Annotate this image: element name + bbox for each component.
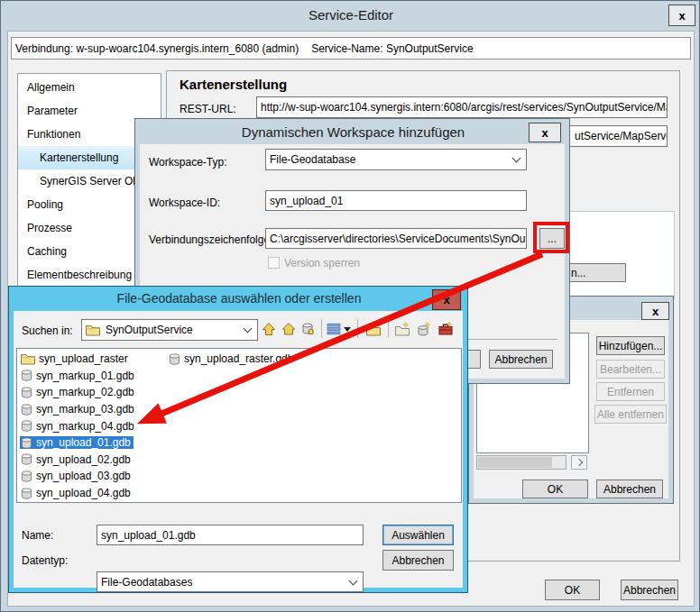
workspace-groupbox <box>560 211 675 299</box>
edit-workspace-button: Bearbeiten... <box>596 360 665 379</box>
select-button[interactable]: Auswählen <box>382 525 454 545</box>
sidebar-item-allgemein[interactable]: Allgemein <box>18 76 161 99</box>
add-workspace-button[interactable]: Hinzufügen... <box>596 336 665 355</box>
add-dialog-cancel-button[interactable]: Abbrechen <box>489 350 553 369</box>
up-one-level-icon[interactable] <box>260 320 278 338</box>
look-in-select[interactable]: SynOutputService <box>81 319 258 341</box>
toolbar-separator <box>321 319 322 338</box>
datatype-select[interactable]: File-Geodatabases <box>97 571 364 592</box>
geodatabase-icon <box>21 420 32 432</box>
service-editor-window: Service-Editor x Verbindung: w-sup-woarc… <box>0 0 700 612</box>
lock-version-label: Version sperren <box>284 257 360 269</box>
geodatabase-icon <box>169 353 180 365</box>
file-list[interactable]: syn_upload_raster syn_markup_01.gdb syn_… <box>16 348 462 503</box>
folder-icon <box>86 324 100 336</box>
workspace-type-value: File-Geodatabase <box>270 153 355 166</box>
close-icon[interactable]: x <box>432 289 461 310</box>
name-input[interactable]: syn_upload_01.gdb <box>97 525 364 545</box>
remove-workspace-button: Entfernen <box>596 382 665 401</box>
datatype-label: Datentyp: <box>22 554 68 567</box>
file-item[interactable]: syn_markup_01.gdb <box>20 368 134 385</box>
workspace-id-label: Workspace-ID: <box>149 196 220 209</box>
workspaces-cancel-button[interactable]: Abbrechen <box>596 480 663 498</box>
file-item-label: syn_upload_04.gdb <box>36 487 131 499</box>
chevron-down-icon <box>512 154 521 163</box>
scrollbar-thumb[interactable] <box>478 457 552 468</box>
workspace-type-label: Workspace-Typ: <box>149 156 226 169</box>
toolbar-separator <box>388 319 389 338</box>
rest-url-input[interactable]: http://w-sup-woarc104.synergis.intern:60… <box>256 96 668 118</box>
connection-string-input[interactable]: C:\arcgisserver\directories\ServiceDocum… <box>265 228 527 249</box>
geodatabase-icon <box>21 470 32 482</box>
chevron-down-icon <box>244 324 253 333</box>
main-ok-button[interactable]: OK <box>545 580 600 600</box>
view-menu-arrow-icon[interactable] <box>343 320 352 338</box>
file-item-label: syn_markup_02.gdb <box>36 386 134 398</box>
geodatabase-icon <box>21 488 32 499</box>
toolbar-separator <box>357 319 358 338</box>
file-item[interactable]: syn_upload_raster <box>20 351 134 368</box>
geodatabase-icon <box>21 387 32 398</box>
annotation-highlight-box <box>533 222 569 253</box>
file-item[interactable]: syn_upload_raster.gdb <box>168 351 293 368</box>
default-geodatabase-icon[interactable] <box>299 320 318 338</box>
file-item[interactable]: syn_upload_03.gdb <box>20 468 134 485</box>
file-item-label: syn_markup_04.gdb <box>36 420 134 433</box>
connection-string-label: Verbindungszeichenfolge: <box>149 233 272 246</box>
geodatabase-icon <box>21 437 32 449</box>
dialog-title: Dynamischen Workspace hinzufügen <box>135 124 571 140</box>
home-folder-icon[interactable] <box>280 320 298 338</box>
workspace-type-select[interactable]: File-Geodatabase <box>265 149 527 170</box>
file-item[interactable]: syn_markup_04.gdb <box>20 417 134 434</box>
file-item-label: syn_upload_raster <box>39 352 128 365</box>
name-label: Name: <box>22 529 53 542</box>
new-folder-icon[interactable] <box>393 320 411 338</box>
map-panel-heading: Kartenerstellung <box>180 77 287 92</box>
service-name-text: Service-Name: SynOutputService <box>311 42 473 55</box>
soap-url-fragment: utService/MapServer <box>575 130 668 142</box>
file-item[interactable]: syn_upload_04.gdb <box>20 485 134 502</box>
file-item[interactable]: syn_markup_02.gdb <box>20 384 134 401</box>
file-item-label: syn_markup_01.gdb <box>36 370 134 382</box>
chevron-right-icon <box>576 459 583 466</box>
workspaces-hscrollbar[interactable] <box>476 455 566 470</box>
new-geodatabase-icon[interactable] <box>415 320 433 338</box>
connection-text: Verbindung: w-sup-woarc104.synergis.inte… <box>15 42 299 55</box>
file-item-selected[interactable]: syn_upload_01.gdb <box>20 434 134 452</box>
dialog-title: File-Geodatabase auswählen oder erstelle… <box>9 291 469 306</box>
look-in-value: SynOutputService <box>106 324 193 336</box>
connection-bar: Verbindung: w-sup-woarc104.synergis.inte… <box>11 37 691 59</box>
new-toolbox-icon[interactable] <box>437 320 455 338</box>
close-icon[interactable]: x <box>641 302 669 320</box>
geodatabase-icon <box>21 370 32 381</box>
folder-icon <box>21 353 35 365</box>
file-dialog: File-Geodatabase auswählen oder erstelle… <box>8 286 468 593</box>
file-item-label: syn_upload_03.gdb <box>36 470 131 482</box>
lock-version-checkbox <box>268 257 280 269</box>
chevron-down-icon <box>349 576 358 585</box>
rest-url-label: REST-URL: <box>180 103 236 115</box>
main-cancel-button[interactable]: Abbrechen <box>621 580 678 600</box>
file-item[interactable]: syn_markup_03.gdb <box>20 401 134 418</box>
workspace-id-input[interactable]: syn_upload_01 <box>265 190 527 211</box>
remove-all-button: Alle entfernen <box>594 405 667 424</box>
file-item-label: syn_upload_01.gdb <box>36 436 131 449</box>
connect-folder-icon[interactable] <box>364 320 382 338</box>
workspaces-ok-button[interactable]: OK <box>522 480 588 498</box>
file-item-label: syn_upload_02.gdb <box>36 453 131 466</box>
close-icon[interactable]: x <box>668 5 695 26</box>
geodatabase-icon <box>21 453 32 465</box>
geodatabase-icon <box>21 404 32 416</box>
partial-hidden-button[interactable]: n... <box>568 263 626 282</box>
file-item[interactable]: syn_upload_02.gdb <box>20 452 134 469</box>
window-title: Service-Editor <box>1 7 700 23</box>
file-cancel-button[interactable]: Abbrechen <box>382 550 454 571</box>
list-view-icon[interactable] <box>325 320 343 338</box>
look-in-label: Suchen in: <box>22 324 73 337</box>
scroll-right-button[interactable] <box>571 455 587 470</box>
close-icon[interactable]: x <box>529 123 561 142</box>
file-item-label: syn_upload_raster.gdb <box>184 352 293 365</box>
datatype-value: File-Geodatabases <box>101 576 192 589</box>
file-item-label: syn_markup_03.gdb <box>36 403 134 416</box>
